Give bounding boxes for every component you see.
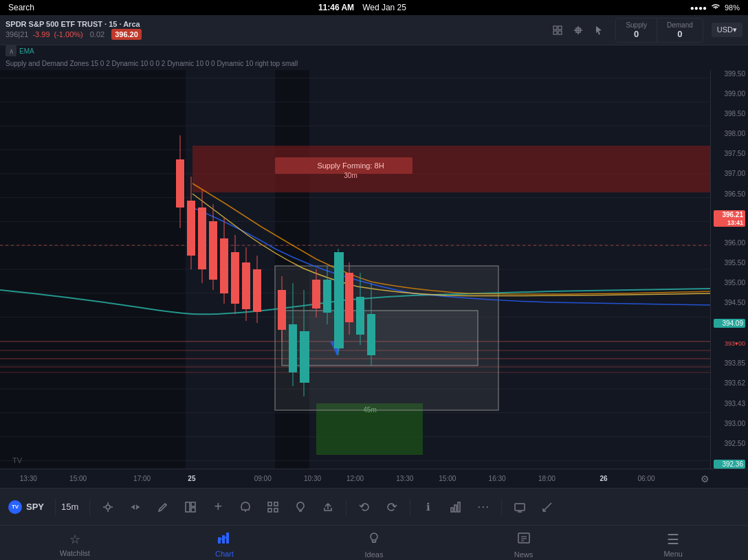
time-1200: 12:00 xyxy=(346,475,364,482)
price-3970: 397.00 xyxy=(714,170,745,177)
svg-rect-73 xyxy=(356,297,364,335)
status-center: 11:46 AM Wed Jan 25 xyxy=(318,3,406,12)
battery-label: 98% xyxy=(725,3,740,12)
status-bar: Search 11:46 AM Wed Jan 25 ●●●● 98% xyxy=(0,0,748,15)
current-price-scale: 396.2113:41 xyxy=(714,210,745,227)
svg-rect-65 xyxy=(312,280,320,309)
news-icon xyxy=(517,531,531,548)
lightbulb-btn[interactable] xyxy=(288,495,313,519)
chart-settings-icon[interactable]: ⚙ xyxy=(701,473,710,484)
nav-ideas[interactable]: Ideas xyxy=(299,526,449,560)
separator-2 xyxy=(89,499,90,515)
grid-btn[interactable] xyxy=(261,495,285,519)
crosshair-icon-btn[interactable] xyxy=(569,21,588,40)
screen-btn[interactable] xyxy=(507,495,532,519)
spy-logo: TV xyxy=(8,500,22,514)
svg-rect-95 xyxy=(515,504,525,511)
price-3925: 392.50 xyxy=(714,440,745,447)
time-1330b: 13:30 xyxy=(396,475,413,482)
price-3990: 399.00 xyxy=(714,90,745,98)
svg-rect-105 xyxy=(518,533,529,543)
news-label: News xyxy=(514,550,534,559)
menu-icon: ☰ xyxy=(667,531,679,548)
grid-icon-btn[interactable] xyxy=(548,21,567,40)
time-1030: 10:30 xyxy=(304,475,321,482)
time-axis-inner: 13:30 15:00 17:00 25 09:00 10:30 12:00 1… xyxy=(0,469,710,488)
watchlist-label: Watchlist xyxy=(60,549,90,557)
symbol-info: SPDR S&P 500 ETF TRUST · 15 · Arca 396|2… xyxy=(6,20,544,40)
ema-collapse-btn[interactable]: ∧ xyxy=(6,45,16,56)
status-date: Wed Jan 25 xyxy=(362,3,406,12)
indicators-btn[interactable] xyxy=(96,495,120,519)
search-label[interactable]: Search xyxy=(8,3,34,12)
layout-btn[interactable] xyxy=(178,495,203,519)
svg-text:30m: 30m xyxy=(344,172,357,179)
symbol-chip[interactable]: TV SPY xyxy=(8,500,44,514)
nav-watchlist[interactable]: ☆ Watchlist xyxy=(0,526,150,560)
symbol-name[interactable]: SPDR S&P 500 ETF TRUST · 15 · Arca xyxy=(6,20,544,28)
add-btn[interactable]: + xyxy=(206,495,230,519)
tv-logo-text: TV xyxy=(12,504,19,510)
redo-btn[interactable] xyxy=(380,495,404,519)
cursor-icon-btn[interactable] xyxy=(589,21,608,40)
svg-rect-57 xyxy=(253,269,261,312)
svg-rect-2 xyxy=(553,31,557,34)
svg-rect-67 xyxy=(323,280,331,313)
svg-rect-53 xyxy=(231,252,239,304)
svg-rect-33 xyxy=(192,146,710,192)
measure-btn[interactable] xyxy=(535,495,560,519)
price-39343: 393.43 xyxy=(714,400,745,407)
nav-chart[interactable]: Chart xyxy=(150,526,300,560)
wifi-icon xyxy=(711,3,720,12)
price-3960: 396.00 xyxy=(714,239,745,247)
price-change-pct: (-1.00%) xyxy=(54,30,83,38)
draw-btn[interactable] xyxy=(151,495,175,519)
info-btn[interactable]: ℹ xyxy=(416,495,441,519)
current-price-tag: 396.20 xyxy=(111,29,142,40)
chart-label: Chart xyxy=(215,550,234,558)
svg-rect-92 xyxy=(451,508,453,512)
svg-rect-43 xyxy=(176,159,184,208)
separator-5 xyxy=(501,499,502,515)
separator-4 xyxy=(410,499,410,515)
ideas-label: Ideas xyxy=(365,550,384,559)
spy-label: SPY xyxy=(26,502,44,512)
status-time: 11:46 AM xyxy=(318,3,354,12)
status-left: Search xyxy=(8,3,34,12)
nav-news[interactable]: News xyxy=(449,526,599,560)
undo-btn[interactable] xyxy=(352,495,377,519)
price-3975: 397.50 xyxy=(714,150,745,157)
svg-rect-85 xyxy=(191,508,195,512)
price-scale: 399.50 399.00 398.50 398.00 397.50 397.0… xyxy=(710,70,748,469)
compare-btn[interactable] xyxy=(123,495,148,519)
status-right: ●●●● 98% xyxy=(690,3,740,12)
price-39385: 393▾00 xyxy=(714,340,745,347)
svg-line-82 xyxy=(165,504,166,505)
demand-col: Demand 0 xyxy=(657,19,703,42)
price-3985: 398.50 xyxy=(714,110,745,117)
svg-rect-87 xyxy=(268,502,272,506)
svg-rect-59 xyxy=(278,290,286,330)
share-btn[interactable] xyxy=(316,495,340,519)
price-3945: 394.50 xyxy=(714,299,745,306)
timeframe-label[interactable]: 15m xyxy=(61,502,78,512)
supply-demand-widget: Supply 0 Demand 0 xyxy=(615,18,703,43)
signal-icon: ●●●● xyxy=(690,4,707,12)
nav-menu[interactable]: ☰ Menu xyxy=(598,526,748,560)
price-3980: 398.00 xyxy=(714,130,745,137)
price-3955: 395.50 xyxy=(714,259,745,267)
supply-value: 0 xyxy=(634,29,639,39)
svg-line-97 xyxy=(543,503,551,511)
svg-point-77 xyxy=(106,505,110,509)
time-1630: 16:30 xyxy=(489,475,506,482)
svg-rect-45 xyxy=(187,201,195,256)
svg-rect-1 xyxy=(558,26,562,30)
svg-rect-69 xyxy=(334,252,344,348)
chart-icon xyxy=(217,532,231,548)
alert-btn[interactable] xyxy=(233,495,258,519)
price-3995: 399.50 xyxy=(714,70,745,78)
more-btn[interactable]: ··· xyxy=(471,495,496,519)
stats-btn[interactable] xyxy=(443,495,468,519)
svg-point-103 xyxy=(371,533,377,540)
currency-button[interactable]: USD▾ xyxy=(712,23,742,37)
